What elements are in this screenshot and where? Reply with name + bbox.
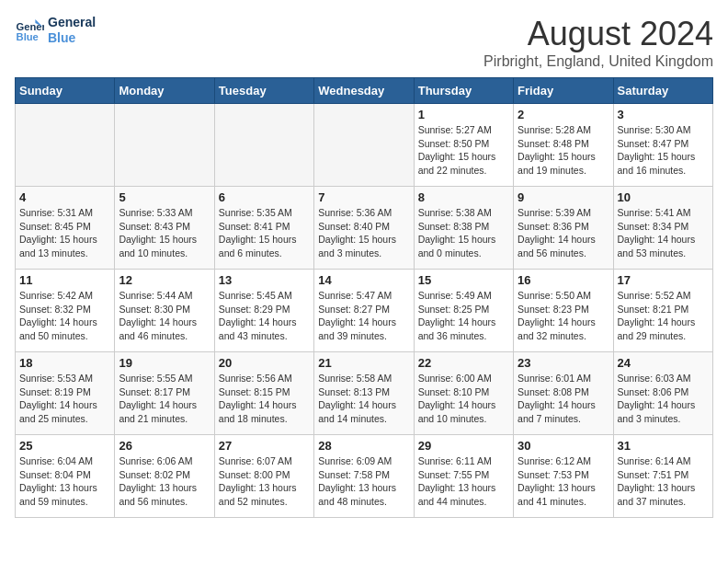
day-info: Sunrise: 5:44 AM Sunset: 8:30 PM Dayligh… <box>119 289 210 343</box>
day-info: Sunrise: 5:30 AM Sunset: 8:47 PM Dayligh… <box>618 123 709 178</box>
day-number: 2 <box>518 108 609 121</box>
weekday-header: Thursday <box>414 78 513 104</box>
calendar-header-row: SundayMondayTuesdayWednesdayThursdayFrid… <box>16 78 713 104</box>
calendar-cell: 2Sunrise: 5:28 AM Sunset: 8:48 PM Daylig… <box>514 104 613 187</box>
calendar-cell: 19Sunrise: 5:55 AM Sunset: 8:17 PM Dayli… <box>115 352 214 435</box>
weekday-header: Wednesday <box>314 78 414 104</box>
day-number: 25 <box>19 439 110 453</box>
day-info: Sunrise: 6:09 AM Sunset: 7:58 PM Dayligh… <box>318 454 409 509</box>
weekday-header: Saturday <box>613 78 712 104</box>
weekday-header: Monday <box>115 78 214 104</box>
day-info: Sunrise: 5:45 AM Sunset: 8:29 PM Dayligh… <box>219 289 310 343</box>
day-info: Sunrise: 5:31 AM Sunset: 8:45 PM Dayligh… <box>19 206 110 260</box>
day-info: Sunrise: 5:47 AM Sunset: 8:27 PM Dayligh… <box>318 289 409 343</box>
day-number: 28 <box>318 439 409 453</box>
calendar-subtitle: Pirbright, England, United Kingdom <box>483 53 713 70</box>
calendar-cell: 6Sunrise: 5:35 AM Sunset: 8:41 PM Daylig… <box>214 187 313 270</box>
day-info: Sunrise: 5:56 AM Sunset: 8:15 PM Dayligh… <box>219 372 310 426</box>
calendar-cell: 12Sunrise: 5:44 AM Sunset: 8:30 PM Dayli… <box>115 270 214 352</box>
calendar-cell: 10Sunrise: 5:41 AM Sunset: 8:34 PM Dayli… <box>613 187 712 270</box>
day-info: Sunrise: 5:52 AM Sunset: 8:21 PM Dayligh… <box>618 289 709 343</box>
day-info: Sunrise: 5:50 AM Sunset: 8:23 PM Dayligh… <box>518 289 609 343</box>
day-number: 10 <box>618 190 709 204</box>
logo-blue: Blue <box>48 30 96 46</box>
calendar-cell: 26Sunrise: 6:06 AM Sunset: 8:02 PM Dayli… <box>115 435 214 518</box>
day-info: Sunrise: 5:33 AM Sunset: 8:43 PM Dayligh… <box>119 206 210 260</box>
calendar-table: SundayMondayTuesdayWednesdayThursdayFrid… <box>15 77 713 518</box>
calendar-cell: 3Sunrise: 5:30 AM Sunset: 8:47 PM Daylig… <box>613 104 712 187</box>
calendar-cell: 15Sunrise: 5:49 AM Sunset: 8:25 PM Dayli… <box>414 270 513 352</box>
calendar-cell: 18Sunrise: 5:53 AM Sunset: 8:19 PM Dayli… <box>16 352 115 435</box>
weekday-header: Tuesday <box>214 78 313 104</box>
day-number: 5 <box>119 190 210 204</box>
day-info: Sunrise: 5:36 AM Sunset: 8:40 PM Dayligh… <box>318 206 409 260</box>
svg-text:Blue: Blue <box>17 31 39 42</box>
day-number: 20 <box>219 356 310 370</box>
calendar-cell: 11Sunrise: 5:42 AM Sunset: 8:32 PM Dayli… <box>16 270 115 352</box>
day-number: 14 <box>318 273 409 287</box>
calendar-week-row: 1Sunrise: 5:27 AM Sunset: 8:50 PM Daylig… <box>16 104 713 187</box>
logo-icon: General Blue <box>15 16 44 45</box>
day-number: 9 <box>518 190 609 204</box>
day-info: Sunrise: 5:41 AM Sunset: 8:34 PM Dayligh… <box>618 206 709 260</box>
calendar-cell: 22Sunrise: 6:00 AM Sunset: 8:10 PM Dayli… <box>414 352 513 435</box>
calendar-cell <box>214 104 313 187</box>
day-info: Sunrise: 6:11 AM Sunset: 7:55 PM Dayligh… <box>418 454 509 509</box>
calendar-cell: 9Sunrise: 5:39 AM Sunset: 8:36 PM Daylig… <box>514 187 613 270</box>
day-info: Sunrise: 6:07 AM Sunset: 8:00 PM Dayligh… <box>219 454 310 509</box>
day-number: 7 <box>318 190 409 204</box>
day-info: Sunrise: 6:12 AM Sunset: 7:53 PM Dayligh… <box>518 454 609 509</box>
day-number: 17 <box>618 273 709 287</box>
calendar-cell: 13Sunrise: 5:45 AM Sunset: 8:29 PM Dayli… <box>214 270 313 352</box>
calendar-cell: 30Sunrise: 6:12 AM Sunset: 7:53 PM Dayli… <box>514 435 613 518</box>
day-number: 13 <box>219 273 310 287</box>
day-number: 11 <box>19 273 110 287</box>
day-info: Sunrise: 6:06 AM Sunset: 8:02 PM Dayligh… <box>119 454 210 509</box>
calendar-cell: 21Sunrise: 5:58 AM Sunset: 8:13 PM Dayli… <box>314 352 414 435</box>
calendar-cell: 4Sunrise: 5:31 AM Sunset: 8:45 PM Daylig… <box>16 187 115 270</box>
day-number: 15 <box>418 273 509 287</box>
calendar-cell: 27Sunrise: 6:07 AM Sunset: 8:00 PM Dayli… <box>214 435 313 518</box>
day-info: Sunrise: 6:00 AM Sunset: 8:10 PM Dayligh… <box>418 372 509 426</box>
day-info: Sunrise: 5:39 AM Sunset: 8:36 PM Dayligh… <box>518 206 609 260</box>
calendar-cell: 23Sunrise: 6:01 AM Sunset: 8:08 PM Dayli… <box>514 352 613 435</box>
day-info: Sunrise: 5:58 AM Sunset: 8:13 PM Dayligh… <box>318 372 409 426</box>
title-block: August 2024 Pirbright, England, United K… <box>483 15 713 70</box>
day-number: 4 <box>19 190 110 204</box>
calendar-week-row: 18Sunrise: 5:53 AM Sunset: 8:19 PM Dayli… <box>16 352 713 435</box>
day-info: Sunrise: 6:03 AM Sunset: 8:06 PM Dayligh… <box>618 372 709 426</box>
day-info: Sunrise: 5:38 AM Sunset: 8:38 PM Dayligh… <box>418 206 509 260</box>
weekday-header: Sunday <box>16 78 115 104</box>
day-info: Sunrise: 6:01 AM Sunset: 8:08 PM Dayligh… <box>518 372 609 426</box>
weekday-header: Friday <box>514 78 613 104</box>
calendar-cell: 29Sunrise: 6:11 AM Sunset: 7:55 PM Dayli… <box>414 435 513 518</box>
calendar-cell: 28Sunrise: 6:09 AM Sunset: 7:58 PM Dayli… <box>314 435 414 518</box>
day-info: Sunrise: 5:28 AM Sunset: 8:48 PM Dayligh… <box>518 123 609 178</box>
day-info: Sunrise: 5:35 AM Sunset: 8:41 PM Dayligh… <box>219 206 310 260</box>
day-info: Sunrise: 5:49 AM Sunset: 8:25 PM Dayligh… <box>418 289 509 343</box>
calendar-cell: 7Sunrise: 5:36 AM Sunset: 8:40 PM Daylig… <box>314 187 414 270</box>
day-number: 30 <box>518 439 609 453</box>
calendar-cell: 20Sunrise: 5:56 AM Sunset: 8:15 PM Dayli… <box>214 352 313 435</box>
calendar-week-row: 25Sunrise: 6:04 AM Sunset: 8:04 PM Dayli… <box>16 435 713 518</box>
page-header: General Blue General Blue August 2024 Pi… <box>15 15 713 70</box>
day-number: 22 <box>418 356 509 370</box>
calendar-cell: 1Sunrise: 5:27 AM Sunset: 8:50 PM Daylig… <box>414 104 513 187</box>
day-number: 29 <box>418 439 509 453</box>
calendar-week-row: 11Sunrise: 5:42 AM Sunset: 8:32 PM Dayli… <box>16 270 713 352</box>
day-number: 1 <box>418 108 509 121</box>
day-info: Sunrise: 5:55 AM Sunset: 8:17 PM Dayligh… <box>119 372 210 426</box>
calendar-cell: 17Sunrise: 5:52 AM Sunset: 8:21 PM Dayli… <box>613 270 712 352</box>
day-number: 16 <box>518 273 609 287</box>
calendar-cell: 14Sunrise: 5:47 AM Sunset: 8:27 PM Dayli… <box>314 270 414 352</box>
calendar-week-row: 4Sunrise: 5:31 AM Sunset: 8:45 PM Daylig… <box>16 187 713 270</box>
day-info: Sunrise: 5:27 AM Sunset: 8:50 PM Dayligh… <box>418 123 509 178</box>
calendar-cell: 5Sunrise: 5:33 AM Sunset: 8:43 PM Daylig… <box>115 187 214 270</box>
day-number: 3 <box>618 108 709 121</box>
calendar-cell <box>115 104 214 187</box>
day-number: 24 <box>618 356 709 370</box>
day-info: Sunrise: 6:14 AM Sunset: 7:51 PM Dayligh… <box>618 454 709 509</box>
calendar-cell <box>16 104 115 187</box>
logo: General Blue General Blue <box>15 15 96 46</box>
day-info: Sunrise: 5:42 AM Sunset: 8:32 PM Dayligh… <box>19 289 110 343</box>
